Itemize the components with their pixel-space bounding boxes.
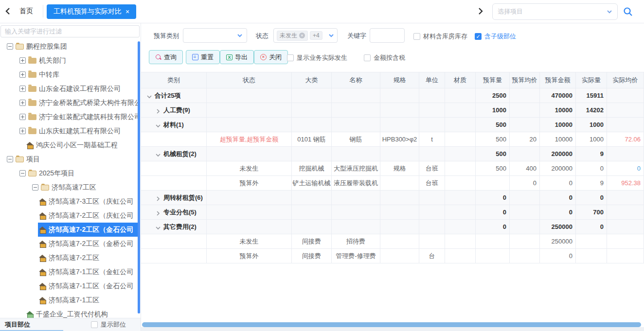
chevron-down-icon[interactable] (156, 152, 161, 157)
folder-open-icon (16, 44, 24, 50)
chevron-right-icon[interactable] (156, 195, 161, 200)
chevron-right-icon[interactable] (156, 108, 161, 113)
show-part-checkbox[interactable]: 显示部位 (91, 320, 126, 329)
checkbox-checked-icon[interactable]: ✓ (475, 33, 482, 40)
export-button[interactable]: X 导出 (220, 50, 254, 64)
column-header[interactable]: 材质 (445, 72, 476, 88)
expand-plus-icon[interactable] (19, 100, 26, 106)
budget-category-select[interactable] (183, 28, 247, 43)
column-header[interactable]: 预算均价 (510, 72, 540, 88)
reset-button[interactable]: 重置 (186, 50, 220, 64)
collapse-minus-icon[interactable] (7, 43, 13, 50)
column-header[interactable]: 类别 (141, 72, 207, 88)
tree-item[interactable]: 鸿庆公司小区一期基础工程 (0, 138, 138, 152)
chevron-down-icon[interactable] (156, 122, 161, 127)
table-group-row[interactable]: 其它费用(2)02500000 (141, 220, 644, 234)
include-children-checkbox[interactable]: ✓ 含子级部位 (475, 32, 516, 41)
cell-budget_qty: 500 (476, 118, 510, 132)
material-stock-checkbox[interactable]: 材料含库房库存 (413, 32, 467, 41)
status-select[interactable]: 未发生×+4 (273, 28, 338, 43)
checkbox-icon[interactable] (91, 321, 98, 328)
checkbox-icon[interactable] (287, 54, 294, 61)
expand-plus-icon[interactable] (19, 86, 26, 92)
table-row[interactable]: 预算外铲土运输机械液压履带装载机台班009952.38 (141, 176, 644, 191)
project-select[interactable]: 选择项目 (492, 3, 618, 20)
column-header[interactable]: 预算金额 (540, 72, 576, 88)
tag-remove-icon[interactable]: × (299, 33, 305, 38)
table-group-row[interactable]: 专业分包(5)00700 (141, 205, 644, 220)
table-group-row[interactable]: 机械租赁(2)5002000009 (141, 147, 644, 161)
tab-active[interactable]: 工料机预算与实际对比 × (47, 4, 136, 19)
table-row[interactable]: 预算外间接费管理费-修理费台0 (141, 249, 644, 263)
table-header-row: 类别状态大类名称规格单位材质预算量预算均价预算金额实际量实际均价 (141, 72, 644, 88)
search-icon[interactable] (623, 6, 633, 17)
show-actual-checkbox[interactable]: 显示业务实际发生 (287, 53, 347, 62)
tree-item[interactable]: 山东金石建设工程有限公司 (0, 82, 138, 96)
chevron-down-icon[interactable] (147, 93, 152, 98)
column-header[interactable]: 实际量 (576, 72, 607, 88)
collapse-minus-icon[interactable] (7, 156, 13, 162)
tree-item[interactable]: 济邹高速7-2工区（庆虹公司 (0, 209, 138, 223)
tree-item[interactable]: 济邹高速7-2工区 (0, 251, 138, 265)
column-header[interactable]: 预算量 (476, 72, 510, 88)
table-row[interactable]: 未发生挖掘机械大型液压挖掘机规格台班50040020000000 (141, 161, 644, 176)
cell-name: 大型液压挖掘机 (332, 161, 380, 175)
tree-item[interactable]: 济邹高速7-2工区（金桥公司 (0, 237, 138, 251)
horizontal-scrollbar[interactable] (142, 322, 641, 327)
tree-item[interactable]: 济邹高速7工区 (0, 180, 138, 194)
tree-item[interactable]: 2025年项目 (0, 166, 138, 180)
table-row[interactable]: 超预算量,超预算金额0101 钢筋钢筋HPB300>φ2t50020100001… (141, 132, 644, 147)
tree-item[interactable]: 济宁金桥装配式桥梁大构件有限公 (0, 96, 138, 110)
nav-forward-icon[interactable] (476, 7, 484, 16)
nav-back-icon[interactable] (4, 7, 13, 16)
tree-item[interactable]: 鹏程控股集团 (0, 39, 138, 53)
tree-item[interactable]: 济邹高速7-1工区（金虹公司 (0, 265, 138, 279)
table-row[interactable]: 未发生间接费招待费250000 (141, 234, 644, 249)
table-group-row[interactable]: 材料(1)500100001000 (141, 118, 644, 132)
tree-item[interactable]: 中转库 (0, 68, 138, 82)
amount-tax-checkbox[interactable]: 金额按含税 (364, 53, 405, 62)
checkbox-icon[interactable] (413, 33, 420, 40)
tree-item[interactable]: 项目 (0, 152, 138, 166)
checkbox-icon[interactable] (364, 54, 371, 61)
column-header[interactable]: 大类 (292, 72, 332, 88)
tree-item[interactable]: 济邹高速7-2工区（金石公司 (0, 223, 138, 237)
collapse-minus-icon[interactable] (19, 170, 26, 176)
expand-plus-icon[interactable] (19, 57, 26, 64)
expand-plus-icon[interactable] (19, 71, 26, 78)
keyword-input[interactable] (370, 28, 405, 43)
chevron-down-icon[interactable] (156, 225, 161, 229)
expand-plus-icon[interactable] (19, 128, 26, 134)
tree-item[interactable]: 济宁金虹装配式建筑科技有限公司 (0, 110, 138, 124)
tree-item-content: 2025年项目 (18, 166, 138, 180)
tree-item[interactable]: 济邹高速7-3工区（庆虹公司 (0, 194, 138, 209)
column-header[interactable]: 规格 (380, 72, 419, 88)
tree-item[interactable]: 山东庆虹建筑工程有限公司 (0, 124, 138, 138)
column-header[interactable]: 状态 (207, 72, 292, 88)
cell-budget_amount: 10000 (540, 118, 576, 132)
cell-value: 0 (569, 194, 572, 201)
cell-actual_price: 0 (607, 161, 644, 175)
tree-item-label: 济邹高速7-1工区（金石公司 (49, 282, 133, 291)
cell-actual_qty: 14202 (576, 103, 607, 117)
sidebar-scrollbar[interactable] (138, 41, 140, 314)
tree-item[interactable]: 机关部门 (0, 53, 138, 68)
column-header[interactable]: 实际均价 (607, 72, 644, 88)
chevron-right-icon[interactable] (156, 210, 161, 215)
tree-filter-input[interactable] (0, 25, 140, 37)
tab-close-icon[interactable]: × (125, 8, 129, 15)
column-header[interactable]: 名称 (332, 72, 380, 88)
close-button[interactable]: × 关闭 (254, 50, 288, 64)
tab-home[interactable]: 首页 (19, 7, 33, 16)
cell-status (207, 205, 292, 219)
tree-item[interactable]: 济邹高速7-1工区 (0, 293, 138, 307)
expand-plus-icon[interactable] (19, 114, 26, 120)
tree-item[interactable]: 济邹高速7-1工区（金石公司 (0, 279, 138, 293)
table-group-row[interactable]: 人工费(9)10001000014202 (141, 103, 644, 118)
query-button[interactable]: 查询 (149, 50, 183, 64)
cell-budget_price (510, 118, 540, 132)
table-group-row[interactable]: 合计25项250047000015911 (141, 88, 644, 103)
column-header[interactable]: 单位 (419, 72, 445, 88)
table-group-row[interactable]: 周转材租赁(6)000 (141, 191, 644, 205)
collapse-minus-icon[interactable] (32, 184, 38, 191)
